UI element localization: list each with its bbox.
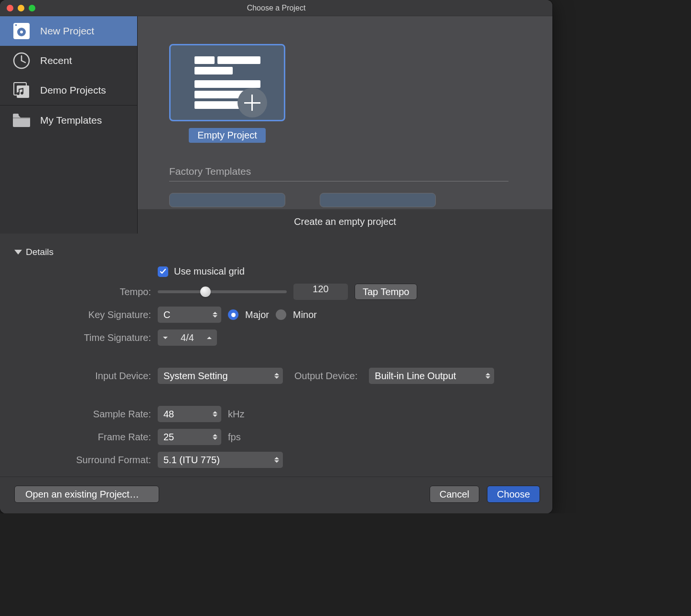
key-signature-select[interactable]: C (158, 307, 221, 323)
details-title: Details (26, 247, 54, 257)
sample-rate-label: Sample Rate: (14, 409, 158, 420)
use-musical-grid-label: Use musical grid (174, 266, 245, 277)
tempo-slider[interactable] (158, 290, 287, 293)
sample-rate-select[interactable]: 48 (158, 406, 221, 422)
stepper-up-icon[interactable] (202, 329, 217, 346)
description-bar: Create an empty project (138, 210, 552, 234)
sidebar-item-my-templates[interactable]: My Templates (0, 106, 137, 135)
output-device-value: Built-in Line Output (375, 371, 456, 382)
svg-point-2 (20, 31, 23, 33)
titlebar: Choose a Project (0, 0, 552, 16)
key-signature-label: Key Signature: (14, 309, 158, 320)
sample-rate-value: 48 (163, 409, 174, 420)
surround-format-select[interactable]: 5.1 (ITU 775) (158, 452, 283, 468)
surround-format-value: 5.1 (ITU 775) (163, 455, 220, 466)
details-header[interactable]: Details (14, 247, 538, 257)
template-card[interactable] (320, 193, 436, 207)
sample-rate-unit: kHz (228, 409, 244, 420)
output-device-select[interactable]: Built-in Line Output (369, 368, 494, 384)
stepper-arrows-icon (274, 457, 279, 463)
stepper-arrows-icon (486, 373, 490, 379)
sidebar-item-label: New Project (40, 25, 94, 37)
input-device-value: System Setting (163, 371, 228, 382)
key-signature-value: C (163, 309, 170, 320)
frame-rate-select[interactable]: 25 (158, 429, 221, 445)
sidebar-item-label: My Templates (40, 115, 102, 126)
sidebar-item-recent[interactable]: Recent (0, 46, 137, 75)
frame-rate-label: Frame Rate: (14, 432, 158, 443)
frame-rate-value: 25 (163, 432, 174, 443)
stepper-arrows-icon (213, 411, 217, 417)
project-chooser-window: Choose a Project New Project (0, 0, 552, 513)
key-major-radio[interactable] (228, 309, 238, 320)
output-device-label: Output Device: (294, 371, 357, 382)
choose-button[interactable]: Choose (487, 486, 540, 503)
stepper-arrows-icon (274, 373, 279, 379)
time-signature-stepper[interactable]: 4/4 (158, 329, 217, 346)
input-device-select[interactable]: System Setting (158, 368, 283, 384)
folder-icon (11, 110, 32, 130)
traffic-lights (7, 5, 35, 11)
factory-templates-header: Factory Templates (169, 166, 508, 181)
sidebar: New Project Recent (0, 16, 138, 234)
factory-templates-row (169, 193, 521, 207)
details-panel: Details Use musical grid Tempo: 120 Tap … (0, 234, 552, 477)
time-signature-value: 4/4 (173, 329, 202, 346)
sidebar-item-demo-projects[interactable]: Demo Projects (0, 75, 137, 105)
stepper-arrows-icon (213, 434, 217, 440)
window-zoom-icon[interactable] (29, 5, 35, 11)
disk-icon (11, 21, 32, 41)
use-musical-grid-checkbox[interactable] (158, 266, 168, 277)
sidebar-item-label: Recent (40, 55, 72, 66)
sidebar-item-new-project[interactable]: New Project (0, 16, 137, 46)
time-signature-label: Time Signature: (14, 332, 158, 343)
tempo-label: Tempo: (14, 287, 158, 297)
empty-project-thumbnail (169, 44, 285, 121)
svg-rect-10 (13, 117, 30, 118)
description-text: Create an empty project (294, 216, 396, 227)
window-minimize-icon[interactable] (18, 5, 24, 11)
footer: Open an existing Project… Cancel Choose (0, 477, 552, 513)
template-card[interactable] (169, 193, 285, 207)
music-files-icon (11, 80, 32, 100)
stepper-arrows-icon (213, 312, 217, 318)
slider-thumb-icon[interactable] (200, 287, 211, 297)
key-major-label: Major (245, 309, 269, 320)
tempo-field[interactable]: 120 (293, 284, 348, 300)
stepper-down-icon[interactable] (158, 329, 173, 346)
template-card-label: Empty Project (189, 128, 265, 143)
details-form: Use musical grid Tempo: 120 Tap Tempo Ke… (14, 266, 538, 468)
window-close-icon[interactable] (7, 5, 13, 11)
template-gallery: Empty Project Factory Templates (138, 16, 552, 234)
upper-pane: New Project Recent (0, 16, 552, 234)
tracks-icon (194, 56, 260, 109)
key-minor-radio[interactable] (276, 309, 286, 320)
svg-line-6 (22, 61, 25, 63)
frame-rate-unit: fps (228, 432, 241, 443)
input-device-label: Input Device: (14, 371, 158, 382)
plus-icon (238, 88, 267, 117)
sidebar-item-label: Demo Projects (40, 85, 106, 96)
disclosure-triangle-icon (14, 250, 22, 255)
cancel-button[interactable]: Cancel (430, 486, 479, 503)
open-existing-project-button[interactable]: Open an existing Project… (14, 486, 159, 503)
svg-rect-3 (15, 24, 17, 26)
template-card-empty-project[interactable]: Empty Project (169, 44, 285, 143)
window-title: Choose a Project (0, 4, 552, 12)
tap-tempo-button[interactable]: Tap Tempo (355, 284, 417, 300)
surround-format-label: Surround Format: (14, 455, 158, 466)
svg-rect-9 (13, 114, 19, 117)
clock-icon (11, 51, 32, 71)
key-minor-label: Minor (293, 309, 317, 320)
